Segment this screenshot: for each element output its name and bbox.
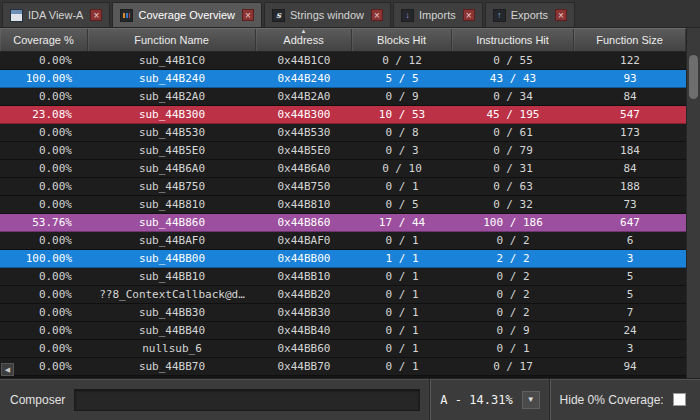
table-row[interactable]: 0.00%sub_44BB400x44BB400 / 10 / 924 xyxy=(0,322,686,340)
function-name-cell: sub_44BB10 xyxy=(88,268,256,285)
address-cell: 0x44B2A0 xyxy=(256,88,352,105)
imports-icon xyxy=(401,9,414,22)
column-header-blocks-hit[interactable]: Blocks Hit xyxy=(352,29,452,51)
blocks-hit-cell: 0 / 9 xyxy=(352,88,452,105)
table-row[interactable]: 100.00%sub_44B2400x44B2405 / 543 / 4393 xyxy=(0,70,686,88)
blocks-hit-cell: 0 / 1 xyxy=(352,340,452,357)
table-row[interactable]: 0.00%sub_44B1C00x44B1C00 / 120 / 55122 xyxy=(0,52,686,70)
instructions-hit-cell: 0 / 63 xyxy=(452,178,574,195)
function-size-cell: 93 xyxy=(574,70,686,87)
tab-close-icon[interactable]: × xyxy=(371,9,383,21)
tab-close-icon[interactable]: × xyxy=(555,9,567,21)
table-row[interactable]: 0.00%sub_44BB300x44BB300 / 10 / 27 xyxy=(0,304,686,322)
column-header-address[interactable]: ▲Address xyxy=(256,29,352,51)
coverage-cell: 100.00% xyxy=(0,70,88,87)
coverage-cell: 100.00% xyxy=(0,250,88,267)
column-header-label: Coverage % xyxy=(13,34,74,46)
tab-label: Exports xyxy=(511,9,548,21)
coverage-cell: 0.00% xyxy=(0,142,88,159)
blocks-hit-cell: 0 / 1 xyxy=(352,286,452,303)
table-row[interactable]: 0.00%sub_44B5E00x44B5E00 / 30 / 79184 xyxy=(0,142,686,160)
blocks-hit-cell: 0 / 1 xyxy=(352,178,452,195)
exports-icon xyxy=(493,9,506,22)
tab-ida-view-a[interactable]: IDA View-A× xyxy=(2,2,110,27)
table-row[interactable]: 0.00%??8_ContextCallback@d…0x44BB200 / 1… xyxy=(0,286,686,304)
footer-separator xyxy=(549,379,551,420)
instructions-hit-cell: 0 / 9 xyxy=(452,322,574,339)
column-header-coverage[interactable]: Coverage % xyxy=(0,29,88,51)
strings-window-icon xyxy=(272,9,285,22)
instructions-hit-cell: 0 / 61 xyxy=(452,124,574,141)
tab-close-icon[interactable]: × xyxy=(463,9,475,21)
vertical-scrollbar[interactable] xyxy=(686,28,700,378)
tab-close-icon[interactable]: × xyxy=(90,9,102,21)
address-cell: 0x44BB10 xyxy=(256,268,352,285)
function-size-cell: 173 xyxy=(574,124,686,141)
table-row[interactable]: 0.00%sub_44B8100x44B8100 / 50 / 3273 xyxy=(0,196,686,214)
function-name-cell: sub_44B1C0 xyxy=(88,52,256,69)
address-cell: 0x44B6A0 xyxy=(256,160,352,177)
tab-exports[interactable]: Exports× xyxy=(485,2,575,27)
table-row[interactable]: 23.08%sub_44B3000x44B30010 / 5345 / 1955… xyxy=(0,106,686,124)
coverage-cell: 0.00% xyxy=(0,286,88,303)
tab-strings-window[interactable]: Strings window× xyxy=(264,2,391,27)
function-name-cell: sub_44BB00 xyxy=(88,250,256,267)
coverage-cell: 0.00% xyxy=(0,178,88,195)
table-row[interactable]: 0.00%sub_44BB100x44BB100 / 10 / 25 xyxy=(0,268,686,286)
instructions-hit-cell: 45 / 195 xyxy=(452,106,574,123)
table-row[interactable]: 0.00%nullsub_60x44BB600 / 10 / 13 xyxy=(0,340,686,358)
instructions-hit-cell: 0 / 2 xyxy=(452,286,574,303)
table-row[interactable]: 0.00%sub_44B5300x44B5300 / 80 / 61173 xyxy=(0,124,686,142)
table-row[interactable]: 0.00%sub_44BB700x44BB700 / 10 / 1794 xyxy=(0,358,686,376)
tab-bar: IDA View-A×Coverage Overview×Strings win… xyxy=(0,0,700,28)
coverage-cell: 0.00% xyxy=(0,52,88,69)
coverage-cell: 0.00% xyxy=(0,322,88,339)
tab-label: Coverage Overview xyxy=(138,9,235,21)
coverage-cell: 0.00% xyxy=(0,88,88,105)
column-header-label: Address xyxy=(283,34,323,46)
table-row[interactable]: 100.00%sub_44BB000x44BB001 / 12 / 23 xyxy=(0,250,686,268)
table-row[interactable]: 0.00%sub_44B6A00x44B6A00 / 100 / 3184 xyxy=(0,160,686,178)
table-row[interactable]: 0.00%sub_44B7500x44B7500 / 10 / 63188 xyxy=(0,178,686,196)
tab-label: IDA View-A xyxy=(28,9,83,21)
table-row[interactable]: 53.76%sub_44B8600x44B86017 / 44100 / 186… xyxy=(0,214,686,232)
function-size-cell: 122 xyxy=(574,52,686,69)
tab-label: Strings window xyxy=(290,9,364,21)
table-row[interactable]: 0.00%sub_44BAF00x44BAF00 / 10 / 26 xyxy=(0,232,686,250)
address-cell: 0x44B1C0 xyxy=(256,52,352,69)
instructions-hit-cell: 0 / 2 xyxy=(452,304,574,321)
instructions-hit-cell: 0 / 1 xyxy=(452,340,574,357)
address-cell: 0x44BB40 xyxy=(256,322,352,339)
function-size-cell: 6 xyxy=(574,232,686,249)
tab-imports[interactable]: Imports× xyxy=(393,2,483,27)
hide-zero-checkbox[interactable] xyxy=(673,393,686,406)
address-cell: 0x44BAF0 xyxy=(256,232,352,249)
hscroll-left-arrow-icon[interactable]: ◀ xyxy=(1,363,14,376)
instructions-hit-cell: 0 / 32 xyxy=(452,196,574,213)
column-header-instructions-hit[interactable]: Instructions Hit xyxy=(452,29,574,51)
blocks-hit-cell: 0 / 1 xyxy=(352,268,452,285)
coverage-cell: 0.00% xyxy=(0,304,88,321)
coverage-dropdown-button[interactable]: ▼ xyxy=(522,391,540,409)
tab-label: Imports xyxy=(419,9,456,21)
tab-close-icon[interactable]: × xyxy=(242,9,254,21)
column-header-function-size[interactable]: Function Size xyxy=(574,29,686,51)
function-size-cell: 547 xyxy=(574,106,686,123)
coverage-cell: 53.76% xyxy=(0,214,88,231)
blocks-hit-cell: 0 / 1 xyxy=(352,358,452,375)
table-row[interactable]: 0.00%sub_44B2A00x44B2A00 / 90 / 3484 xyxy=(0,88,686,106)
composer-input[interactable] xyxy=(74,389,420,411)
column-header-label: Function Size xyxy=(596,34,663,46)
function-name-cell: sub_44BB30 xyxy=(88,304,256,321)
tab-coverage-overview[interactable]: Coverage Overview× xyxy=(112,2,262,27)
instructions-hit-cell: 43 / 43 xyxy=(452,70,574,87)
scrollbar-thumb[interactable] xyxy=(689,55,698,99)
address-cell: 0x44BB70 xyxy=(256,358,352,375)
coverage-cell: 0.00% xyxy=(0,160,88,177)
instructions-hit-cell: 0 / 79 xyxy=(452,142,574,159)
column-header-function-name[interactable]: Function Name xyxy=(88,29,256,51)
function-size-cell: 94 xyxy=(574,358,686,375)
table-header: Coverage %Function Name▲AddressBlocks Hi… xyxy=(0,28,686,52)
function-size-cell: 647 xyxy=(574,214,686,231)
coverage-selector-value: A - 14.31% xyxy=(440,393,512,407)
